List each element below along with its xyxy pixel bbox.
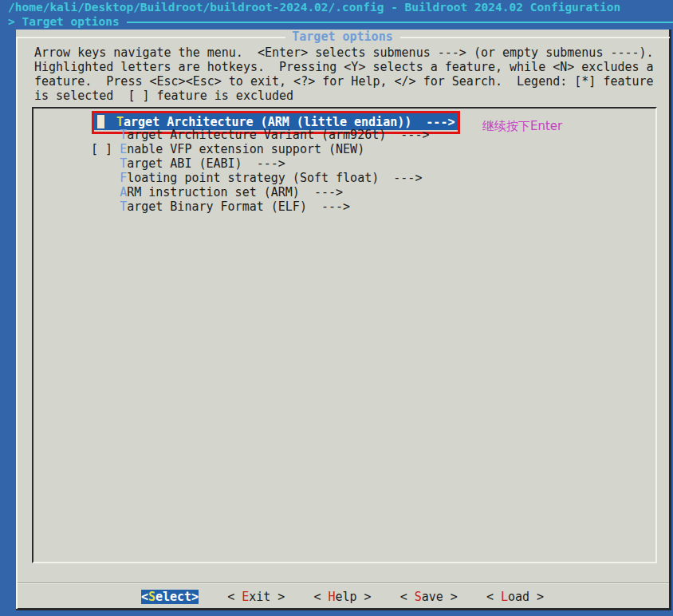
- button-post: elp >: [335, 590, 371, 604]
- dialog-title: Target options: [285, 30, 399, 44]
- hotkey-letter: E: [120, 142, 127, 156]
- exit-button[interactable]: < Exit >: [227, 590, 285, 604]
- hotkey-letter: A: [120, 185, 127, 199]
- select-button[interactable]: <Select>: [141, 590, 199, 604]
- menu-item-prefix: [91, 185, 120, 199]
- button-post: oad >: [508, 590, 544, 604]
- button-separator: [18, 582, 669, 584]
- button-pre: <: [141, 590, 148, 604]
- menu-cursor: [97, 115, 104, 128]
- menu-item-prefix: [91, 156, 120, 171]
- hotkey-letter: T: [120, 199, 127, 214]
- menu-item-prefix: [91, 128, 120, 142]
- hotkey-letter: L: [501, 590, 508, 604]
- load-button[interactable]: < Load >: [486, 590, 544, 604]
- help-button[interactable]: < Help >: [313, 590, 371, 604]
- breadcrumb-rule: [127, 22, 673, 23]
- menu-item-floating-point-strategy[interactable]: Floating point strategy (Soft float) ---…: [33, 171, 655, 185]
- button-post: elect>: [155, 590, 199, 604]
- menu-item-label: RM instruction set (ARM) --->: [127, 185, 343, 199]
- menu-item-label: arget ABI (EABI) --->: [127, 156, 285, 171]
- save-button[interactable]: < Save >: [400, 590, 458, 604]
- menu-item-enable-vfp-extension[interactable]: [ ] Enable VFP extension support (NEW): [33, 142, 655, 156]
- menu-item-arm-instruction-set[interactable]: ARM instruction set (ARM) --->: [33, 185, 655, 199]
- breadcrumb-text: > Target options: [8, 15, 120, 29]
- dialog-instructions: Arrow keys navigate the menu. <Enter> se…: [34, 45, 654, 103]
- menu-item-label: loating point strategy (Soft float) --->: [127, 171, 422, 185]
- button-post: xit >: [249, 590, 285, 604]
- button-pre: <: [400, 590, 415, 604]
- menu-item-prefix: [91, 171, 120, 185]
- menu-item-prefix: [91, 199, 120, 214]
- hotkey-letter: F: [120, 171, 127, 185]
- button-pre: <: [486, 590, 501, 604]
- menu-item-target-abi[interactable]: Target ABI (EABI) --->: [33, 156, 655, 171]
- menu-item-label: nable VFP extension support (NEW): [127, 142, 364, 156]
- button-pre: <: [227, 590, 242, 604]
- annotation-text: 继续按下Enter: [482, 119, 562, 134]
- button-post: ave >: [422, 590, 458, 604]
- hotkey-letter: T: [120, 128, 127, 142]
- menu-item-target-binary-format[interactable]: Target Binary Format (ELF) --->: [33, 199, 655, 214]
- hotkey-letter: S: [415, 590, 422, 604]
- breadcrumb: > Target options: [0, 15, 673, 30]
- menu-listbox: Target Architecture (ARM (little endian)…: [32, 107, 657, 563]
- menu-item-label: arget Architecture Variant (arm926t) ---…: [127, 128, 429, 142]
- hotkey-letter: T: [120, 156, 127, 171]
- menu-item-label: arget Binary Format (ELF) --->: [127, 199, 350, 214]
- button-bar: <Select>< Exit >< Help >< Save >< Load >: [16, 590, 669, 604]
- menu-item-label: arget Architecture (ARM (little endian))…: [124, 115, 455, 129]
- button-pre: <: [313, 590, 328, 604]
- hotkey-letter: S: [148, 590, 155, 604]
- hotkey-letter: T: [116, 115, 124, 129]
- menu-item-prefix: [ ]: [91, 142, 120, 156]
- menuconfig-dialog: Target options Arrow keys navigate the m…: [16, 30, 671, 610]
- window-title: /home/kali/Desktop/Buildroot/buildroot-2…: [0, 0, 673, 15]
- terminal-screen: /home/kali/Desktop/Buildroot/buildroot-2…: [0, 0, 673, 616]
- hotkey-letter: E: [242, 590, 249, 604]
